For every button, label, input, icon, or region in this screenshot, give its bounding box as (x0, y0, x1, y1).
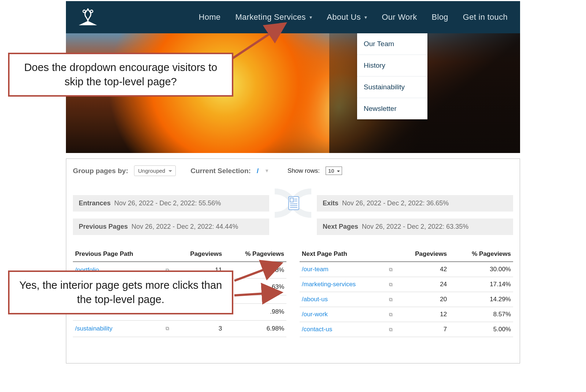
group-by-label: Group pages by: (73, 167, 128, 175)
dropdown-our-team[interactable]: Our Team (357, 33, 427, 55)
pct-value: .98% (224, 304, 286, 320)
analytics-toolbar: Group pages by: Ungrouped Current Select… (73, 165, 513, 176)
pageviews-value: 20 (396, 292, 449, 307)
annotation-callout-answer: Yes, the interior page gets more clicks … (8, 270, 233, 314)
dropdown-label: History (364, 61, 385, 69)
chevron-down-icon: ▾ (309, 14, 312, 20)
nav-get-in-touch[interactable]: Get in touch (463, 12, 508, 22)
col-pct-pageviews: % Pageviews (224, 247, 286, 262)
annotation-callout-question: Does the dropdown encourage visitors to … (8, 53, 233, 97)
nav-label: Marketing Services (235, 12, 305, 22)
next-pages-label: Next Pages (323, 223, 358, 230)
external-link-icon[interactable]: ⧉ (386, 292, 396, 307)
pct-value: 25.58% (224, 262, 286, 279)
path-link[interactable]: /contact-us (300, 322, 386, 337)
svg-point-1 (90, 10, 93, 13)
pageviews-value: 42 (396, 262, 449, 277)
path-link[interactable]: /marketing-services (300, 277, 386, 292)
path-link[interactable]: /our-work (300, 307, 386, 322)
pageviews-value: 7 (396, 322, 449, 337)
pageviews-value: 24 (396, 277, 449, 292)
dropdown-label: Newsletter (364, 105, 397, 112)
table-row[interactable]: /contact-us⧉75.00% (300, 322, 513, 337)
pct-value: 17.14% (449, 277, 513, 292)
dropdown-sustainability[interactable]: Sustainability (357, 76, 427, 98)
dropdown-label: Our Team (364, 40, 394, 48)
pct-value: 8.57% (449, 307, 513, 322)
entrances-bar: Entrances Nov 26, 2022 - Dec 2, 2022: 55… (73, 195, 269, 212)
table-row[interactable]: /about-us⧉2014.29% (300, 292, 513, 307)
pct-value (224, 295, 286, 303)
col-prev-path: Previous Page Path (73, 247, 162, 262)
dropdown-newsletter[interactable]: Newsletter (357, 98, 427, 119)
nav-label: Get in touch (463, 12, 508, 22)
col-pageviews: Pageviews (396, 247, 449, 262)
exits-bar: Exits Nov 26, 2022 - Dec 2, 2022: 36.65% (317, 195, 513, 212)
next-pages-bar: Next Pages Nov 26, 2022 - Dec 2, 2022: 6… (317, 219, 513, 235)
external-link-icon[interactable]: ⧉ (386, 322, 396, 337)
table-row[interactable]: /sustainability⧉36.98% (73, 320, 286, 337)
pageviews-value: 3 (173, 320, 224, 337)
previous-pages-bar: Previous Pages Nov 26, 2022 - Dec 2, 202… (73, 219, 269, 235)
navbar: Home Marketing Services▾ About Us▾ Our W… (66, 1, 520, 33)
external-link-icon[interactable]: ⧉ (386, 277, 396, 292)
group-by-select[interactable]: Ungrouped (134, 165, 176, 176)
selection-label: Current Selection: (190, 167, 251, 175)
nav-our-work[interactable]: Our Work (382, 12, 417, 22)
site-logo[interactable] (77, 6, 99, 28)
table-row[interactable]: /marketing-services⧉2417.14% (300, 277, 513, 292)
external-link-icon[interactable]: ⧉ (386, 262, 396, 277)
flow-diagram-icon (272, 192, 314, 214)
exits-label: Exits (323, 199, 338, 207)
chevron-down-icon: ▼ (264, 168, 269, 173)
nav-label: Blog (432, 12, 448, 22)
about-us-dropdown: Our Team History Sustainability Newslett… (357, 33, 427, 119)
show-rows-value: 10 (328, 168, 334, 174)
show-rows-select[interactable]: 10 (326, 167, 342, 175)
exits-value: Nov 26, 2022 - Dec 2, 2022: 36.65% (342, 199, 449, 207)
show-rows-label: Show rows: (288, 167, 320, 175)
table-row[interactable]: /our-team⧉4230.00% (300, 262, 513, 277)
external-link-icon[interactable]: ⧉ (162, 320, 173, 337)
previous-pages-value: Nov 26, 2022 - Dec 2, 2022: 44.44% (131, 223, 238, 230)
nav-home[interactable]: Home (199, 12, 221, 22)
pageviews-value: 12 (396, 307, 449, 322)
flow-summary: Entrances Nov 26, 2022 - Dec 2, 2022: 55… (73, 192, 513, 235)
external-link-icon[interactable]: ⧉ (386, 307, 396, 322)
pct-value: 30.00% (449, 262, 513, 277)
callout-text: Yes, the interior page gets more clicks … (18, 278, 224, 307)
pct-value: 6.98% (224, 320, 286, 337)
entrances-value: Nov 26, 2022 - Dec 2, 2022: 55.56% (114, 199, 221, 207)
nav-marketing-services[interactable]: Marketing Services▾ (235, 12, 312, 22)
path-link[interactable]: /about-us (300, 292, 386, 307)
analytics-panel: Group pages by: Ungrouped Current Select… (66, 158, 520, 363)
nav-about-us[interactable]: About Us▾ (327, 12, 367, 22)
selection-value[interactable]: / (257, 167, 259, 175)
nav-blog[interactable]: Blog (432, 12, 448, 22)
col-next-path: Next Page Path (300, 247, 386, 262)
dropdown-label: Sustainability (364, 83, 405, 91)
table-row[interactable]: /our-work⧉128.57% (300, 307, 513, 322)
nav-links: Home Marketing Services▾ About Us▾ Our W… (199, 12, 508, 22)
path-link[interactable]: /our-team (300, 262, 386, 277)
previous-pages-label: Previous Pages (79, 223, 128, 230)
nav-label: About Us (327, 12, 361, 22)
path-link[interactable]: /sustainability (73, 320, 162, 337)
group-by-value: Ungrouped (138, 168, 165, 174)
pct-value: 5.00% (449, 322, 513, 337)
svg-point-0 (83, 10, 86, 13)
nav-label: Our Work (382, 12, 417, 22)
entrances-label: Entrances (79, 199, 111, 207)
callout-text: Does the dropdown encourage visitors to … (18, 60, 224, 89)
pct-value: 14.29% (449, 292, 513, 307)
next-pages-value: Nov 26, 2022 - Dec 2, 2022: 63.35% (362, 223, 468, 230)
col-pageviews: Pageviews (173, 247, 224, 262)
nav-label: Home (199, 12, 221, 22)
chevron-down-icon: ▾ (364, 14, 367, 20)
dropdown-history[interactable]: History (357, 55, 427, 76)
pct-value: .63% (224, 279, 286, 295)
next-pages-table: Next Page Path Pageviews % Pageviews /ou… (300, 247, 513, 337)
col-pct-pageviews: % Pageviews (449, 247, 513, 262)
